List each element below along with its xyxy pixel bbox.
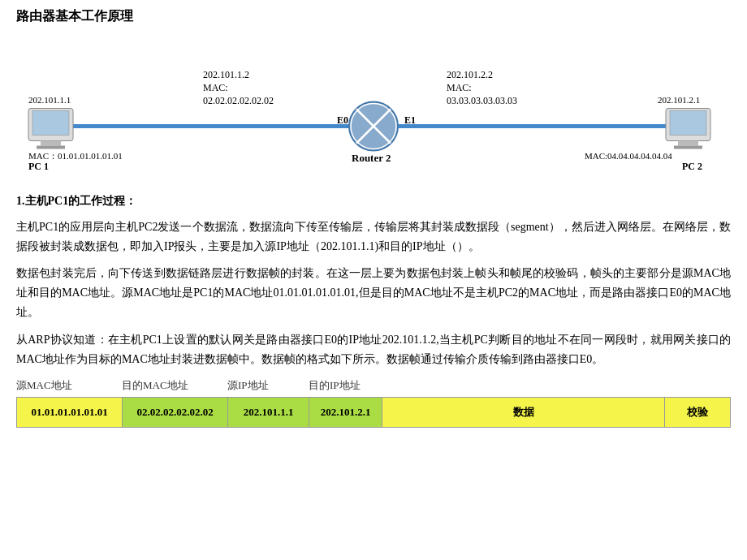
content-area: 1.主机PC1的工作过程： 主机PC1的应用层向主机PC2发送一个数据流，数据流… <box>16 187 731 432</box>
header-dst-ip: 目的IP地址 <box>309 377 382 394</box>
frame-table-container: 源MAC地址 目的MAC地址 源IP地址 目的IP地址 01.01.01.01.… <box>16 377 731 428</box>
svg-text:MAC:: MAC: <box>447 82 472 93</box>
svg-text:202.101.2.1: 202.101.2.1 <box>658 95 700 105</box>
paragraph-3: 从ARP协议知道：在主机PC1上设置的默认网关是路由器接口E0的IP地址202.… <box>16 330 731 369</box>
network-diagram: 202.101.1.1 MAC：01.01.01.01.01.01 PC 1 E… <box>16 33 731 179</box>
svg-text:E0: E0 <box>337 114 348 126</box>
svg-text:Router 2: Router 2 <box>352 152 391 164</box>
svg-text:202.101.2.2: 202.101.2.2 <box>447 69 493 80</box>
svg-rect-4 <box>37 146 65 149</box>
svg-text:MAC:: MAC: <box>203 82 228 93</box>
frame-data-row: 01.01.01.01.01.01 02.02.02.02.02.02 202.… <box>16 397 731 428</box>
svg-text:03.03.03.03.03.03: 03.03.03.03.03.03 <box>447 95 517 106</box>
section-title: 1.主机PC1的工作过程： <box>16 192 731 211</box>
svg-text:MAC：01.01.01.01.01.01: MAC：01.01.01.01.01.01 <box>28 151 123 161</box>
cell-src-ip: 202.101.1.1 <box>228 398 309 427</box>
svg-rect-24 <box>674 146 702 149</box>
cell-src-mac: 01.01.01.01.01.01 <box>17 398 123 427</box>
cell-dst-mac: 02.02.02.02.02.02 <box>123 398 228 427</box>
svg-text:PC 2: PC 2 <box>682 161 702 172</box>
cell-data: 数据 <box>382 398 665 427</box>
svg-rect-23 <box>678 141 698 146</box>
header-src-ip: 源IP地址 <box>227 377 309 394</box>
svg-rect-3 <box>41 141 61 146</box>
cell-dst-ip: 202.101.2.1 <box>309 398 382 427</box>
paragraph-1: 主机PC1的应用层向主机PC2发送一个数据流，数据流向下传至传输层，传输层将其封… <box>16 218 731 256</box>
header-src-mac: 源MAC地址 <box>16 377 122 394</box>
svg-text:202.101.1.1: 202.101.1.1 <box>28 95 71 105</box>
svg-text:PC 1: PC 1 <box>28 161 49 172</box>
header-dst-mac: 目的MAC地址 <box>122 377 227 394</box>
svg-text:02.02.02.02.02.02: 02.02.02.02.02.02 <box>203 95 274 106</box>
cell-check: 校验 <box>665 398 730 427</box>
paragraph-2: 数据包封装完后，向下传送到数据链路层进行数据帧的封装。在这一层上要为数据包封装上… <box>16 264 731 321</box>
svg-rect-2 <box>32 111 69 136</box>
frame-header-row: 源MAC地址 目的MAC地址 源IP地址 目的IP地址 <box>16 377 731 394</box>
header-data <box>382 377 666 394</box>
svg-text:MAC:04.04.04.04.04.04: MAC:04.04.04.04.04.04 <box>585 151 672 161</box>
svg-text:E1: E1 <box>404 114 416 126</box>
header-check <box>666 377 731 394</box>
page-title: 路由器基本工作原理 <box>16 8 731 25</box>
svg-text:202.101.1.2: 202.101.1.2 <box>203 69 249 80</box>
svg-rect-22 <box>670 111 706 136</box>
